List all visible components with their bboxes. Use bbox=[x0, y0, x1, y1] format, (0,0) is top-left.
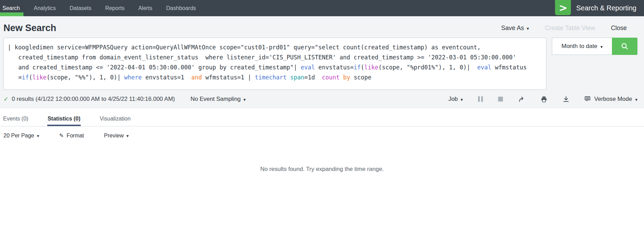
caret-down-icon: ▾ bbox=[460, 97, 463, 102]
save-as-button[interactable]: Save As ▾ bbox=[501, 25, 529, 32]
download-icon bbox=[563, 96, 569, 103]
print-job-button[interactable] bbox=[541, 96, 547, 103]
preview-dropdown[interactable]: Preview ▾ bbox=[104, 133, 129, 139]
no-results-message: No results found. Try expanding the time… bbox=[0, 166, 644, 173]
job-status-bar: ✓ 0 results (4/1/22 12:00:00.000 AM to 4… bbox=[3, 95, 637, 103]
per-page-dropdown[interactable]: 20 Per Page ▾ bbox=[3, 133, 39, 139]
caret-down-icon: ▾ bbox=[601, 45, 603, 49]
search-button[interactable] bbox=[612, 38, 637, 55]
time-range-picker[interactable]: Month to date ▾ bbox=[552, 38, 612, 55]
close-button[interactable]: Close bbox=[611, 25, 627, 32]
search-mode-selector[interactable]: Verbose Mode ▾ bbox=[585, 96, 637, 103]
nav-item-label: Search bbox=[2, 5, 20, 11]
results-toolbar: 20 Per Page ▾ ✎ Format Preview ▾ bbox=[0, 126, 644, 139]
tab-visualization[interactable]: Visualization bbox=[99, 112, 131, 126]
nav-item-reports[interactable]: Reports bbox=[102, 0, 128, 16]
nav-item-analytics[interactable]: Analytics bbox=[30, 0, 59, 16]
result-summary: 0 results (4/1/22 12:00:00.000 AM to 4/2… bbox=[12, 96, 175, 103]
nav-item-label: Analytics bbox=[34, 5, 56, 11]
nav-item-alerts[interactable]: Alerts bbox=[135, 0, 156, 16]
results-area: Events (0) Statistics (0) Visualization … bbox=[0, 112, 644, 173]
create-table-view-button[interactable]: Create Table View bbox=[545, 25, 595, 32]
pencil-icon: ✎ bbox=[59, 132, 63, 139]
app-name: Search & Reporting bbox=[576, 4, 636, 12]
pause-icon bbox=[478, 96, 483, 102]
caret-down-icon: ▾ bbox=[126, 134, 129, 138]
export-job-button[interactable] bbox=[563, 96, 569, 103]
nav-item-label: Datasets bbox=[70, 5, 91, 11]
nav-item-search[interactable]: Search bbox=[0, 0, 23, 16]
job-dropdown[interactable]: Job ▾ bbox=[448, 96, 463, 103]
nav-item-datasets[interactable]: Datasets bbox=[66, 0, 95, 16]
verbose-mode-icon bbox=[585, 96, 591, 102]
magnifier-icon bbox=[621, 42, 628, 50]
event-sampling-dropdown[interactable]: No Event Sampling ▾ bbox=[190, 96, 246, 103]
caret-down-icon: ▾ bbox=[527, 26, 529, 31]
splunk-logo-icon: > bbox=[555, 0, 571, 15]
pause-job-button[interactable] bbox=[478, 96, 483, 102]
share-job-button[interactable] bbox=[518, 96, 525, 103]
tab-events[interactable]: Events (0) bbox=[3, 112, 29, 126]
nav-item-label: Reports bbox=[105, 5, 125, 11]
stop-icon bbox=[498, 97, 503, 102]
caret-down-icon: ▾ bbox=[635, 97, 637, 102]
stop-job-button[interactable] bbox=[498, 97, 503, 102]
caret-down-icon: ▾ bbox=[244, 97, 246, 102]
search-header: New Search Save As ▾ Create Table View C… bbox=[0, 16, 644, 108]
job-done-check-icon: ✓ bbox=[3, 95, 9, 103]
share-icon bbox=[518, 96, 525, 103]
page-title: New Search bbox=[3, 23, 56, 33]
app-brand[interactable]: > Search & Reporting bbox=[555, 0, 644, 16]
search-query-editor[interactable]: | koogledimen service=WFMPPASQuery actio… bbox=[3, 38, 546, 90]
print-icon bbox=[541, 96, 547, 103]
nav-item-dashboards[interactable]: Dashboards bbox=[163, 0, 199, 16]
nav-item-label: Alerts bbox=[138, 5, 152, 11]
tab-statistics[interactable]: Statistics (0) bbox=[47, 112, 81, 126]
app-navbar: Search Analytics Datasets Reports Alerts… bbox=[0, 0, 644, 16]
format-button[interactable]: ✎ Format bbox=[59, 132, 84, 139]
results-tabs: Events (0) Statistics (0) Visualization bbox=[0, 112, 644, 126]
caret-down-icon: ▾ bbox=[37, 134, 39, 138]
nav-item-label: Dashboards bbox=[166, 5, 196, 11]
